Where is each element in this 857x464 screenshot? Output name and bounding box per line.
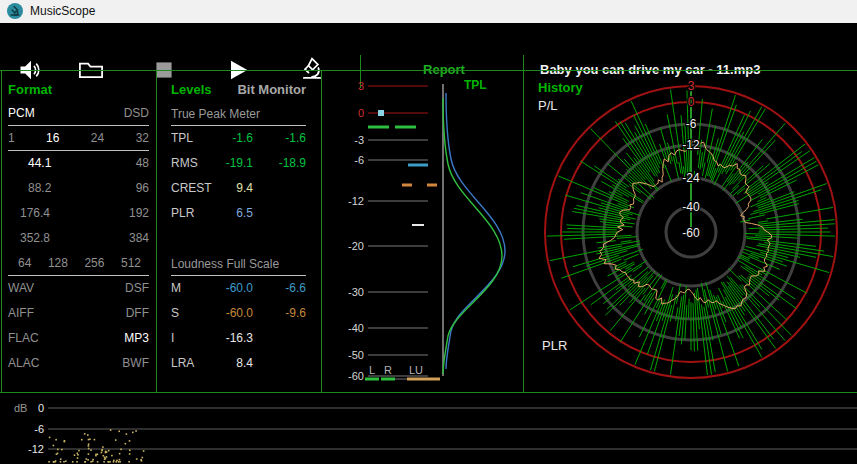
history-scale-label: -24: [682, 171, 700, 185]
titlebar: MusicScope: [0, 0, 857, 23]
meter-tick-label: -50: [348, 349, 364, 361]
rate-384[interactable]: 384: [129, 226, 149, 251]
history-plr-label: PLR: [542, 338, 567, 353]
bit-depth-16[interactable]: 16: [46, 126, 59, 151]
format-type-pcm[interactable]: PCM: [8, 101, 35, 126]
rms-label: RMS: [171, 151, 223, 176]
crest-value: 9.4: [223, 176, 253, 201]
container-dsf[interactable]: DSF: [125, 276, 149, 301]
tpl-value-right: -1.6: [253, 126, 306, 151]
format-title: Format: [8, 78, 149, 101]
timeline-tick-label: 0: [38, 402, 44, 414]
meter-tick-label: 3: [358, 80, 364, 92]
rate-192[interactable]: 192: [129, 201, 149, 226]
dsd-rate-128[interactable]: 128: [48, 251, 68, 276]
channel-label: LU: [409, 364, 423, 376]
container-wav[interactable]: WAV: [8, 276, 34, 301]
dsd-rate-64[interactable]: 64: [18, 251, 31, 276]
level-meter: 30-3-6-12-20-30-40-50-60LRLU: [321, 70, 523, 392]
meter-tick-label: -3: [354, 134, 364, 146]
app-logo-icon: [7, 3, 23, 19]
meter-tick-label: 0: [358, 107, 364, 119]
timeline-tick-label: -12: [28, 443, 44, 455]
tpl-histogram-title: TPL: [464, 78, 487, 92]
rms-value-left: -19.1: [223, 151, 253, 176]
format-type-dsd[interactable]: DSD: [124, 101, 149, 126]
channel-label: L: [369, 364, 375, 376]
meter-tick-label: -20: [348, 240, 364, 252]
container-flac[interactable]: FLAC: [8, 326, 39, 351]
container-mp3[interactable]: MP3: [124, 326, 149, 351]
history-scale-label: -6: [686, 117, 697, 131]
shortterm-min: -60.0: [223, 301, 253, 326]
history-scale-label: -40: [682, 200, 700, 214]
rate-44-1[interactable]: 44.1: [28, 151, 51, 176]
shortterm-row: S -60.0 -9.6: [171, 301, 306, 326]
rate-88-2[interactable]: 88.2: [28, 176, 51, 201]
panel-border: [156, 70, 157, 393]
history-pl-label: P/L: [538, 98, 558, 113]
integrated-value: -16.3: [223, 326, 253, 351]
container-dff[interactable]: DFF: [126, 301, 149, 326]
tab-bit-monitor[interactable]: Bit Monitor: [237, 78, 306, 101]
meter-tick-label: -40: [348, 322, 364, 334]
crest-label: CREST: [171, 176, 223, 201]
bit-depth-24[interactable]: 24: [91, 126, 104, 151]
lra-row: LRA 8.4: [171, 351, 306, 376]
timeline-waveform: 0-6-12dB: [0, 393, 857, 464]
history-scale-label: -60: [682, 226, 700, 240]
shortterm-label: S: [171, 301, 223, 326]
history-polar-display: 30-6-12-24-40-60: [524, 70, 857, 392]
rms-row: RMS -19.1 -18.9: [171, 151, 306, 176]
format-panel: Format PCM DSD 1 16 24 32 44.1 48 88.2 9…: [8, 78, 149, 376]
plr-value: 6.5: [223, 201, 253, 226]
rate-352-8[interactable]: 352.8: [20, 226, 50, 251]
tpl-curve-right: [446, 93, 505, 369]
tab-levels[interactable]: Levels: [171, 78, 211, 101]
lra-label: LRA: [171, 351, 223, 376]
momentary-row: M -60.0 -6.6: [171, 276, 306, 301]
rate-96[interactable]: 96: [136, 176, 149, 201]
history-title: History: [538, 80, 583, 95]
tpl-row: TPL -1.6 -1.6: [171, 126, 306, 151]
history-scale-label: 3: [688, 79, 695, 93]
momentary-label: M: [171, 276, 223, 301]
plr-label: PLR: [171, 201, 223, 226]
meter-tick-label: -6: [354, 154, 364, 166]
meter-tick-label: -12: [348, 195, 364, 207]
crest-row: CREST 9.4: [171, 176, 306, 201]
rate-176-4[interactable]: 176.4: [20, 201, 50, 226]
bit-depth-1[interactable]: 1: [8, 126, 15, 151]
loudness-title: Loudness Full Scale: [171, 251, 306, 276]
dsd-rate-512[interactable]: 512: [121, 251, 141, 276]
momentary-max: -6.6: [253, 276, 306, 301]
panel-border: [1, 70, 2, 393]
shortterm-max: -9.6: [253, 301, 306, 326]
musicscope-window: MusicScope: [0, 0, 857, 464]
history-scale-label: -12: [682, 138, 700, 152]
rate-48[interactable]: 48: [136, 151, 149, 176]
container-bwf[interactable]: BWF: [122, 351, 149, 376]
timeline-tick-label: -6: [34, 423, 44, 435]
plr-row: PLR 6.5: [171, 201, 306, 226]
meter-tick-label: -30: [348, 286, 364, 298]
rms-value-right: -18.9: [253, 151, 306, 176]
container-aiff[interactable]: AIFF: [8, 301, 34, 326]
dsd-rate-256[interactable]: 256: [84, 251, 104, 276]
integrated-row: I -16.3: [171, 326, 306, 351]
momentary-min: -60.0: [223, 276, 253, 301]
waveform-dots: [48, 429, 144, 462]
container-alac[interactable]: ALAC: [8, 351, 39, 376]
peak-marker: [378, 110, 384, 116]
tpl-label: TPL: [171, 126, 223, 151]
tpl-curve-left: [443, 98, 502, 374]
history-scale-label: 0: [688, 95, 695, 109]
levels-panel: Levels Bit Monitor True Peak Meter TPL -…: [171, 78, 306, 376]
meter-tick-label: -60: [348, 370, 364, 382]
toolbar: Report Baby you can drive my car - 11.mp…: [0, 23, 857, 70]
integrated-label: I: [171, 326, 223, 351]
tpl-value-left: -1.6: [223, 126, 253, 151]
bit-depth-32[interactable]: 32: [136, 126, 149, 151]
true-peak-meter-title: True Peak Meter: [171, 101, 306, 126]
timeline-unit-label: dB: [14, 402, 27, 414]
